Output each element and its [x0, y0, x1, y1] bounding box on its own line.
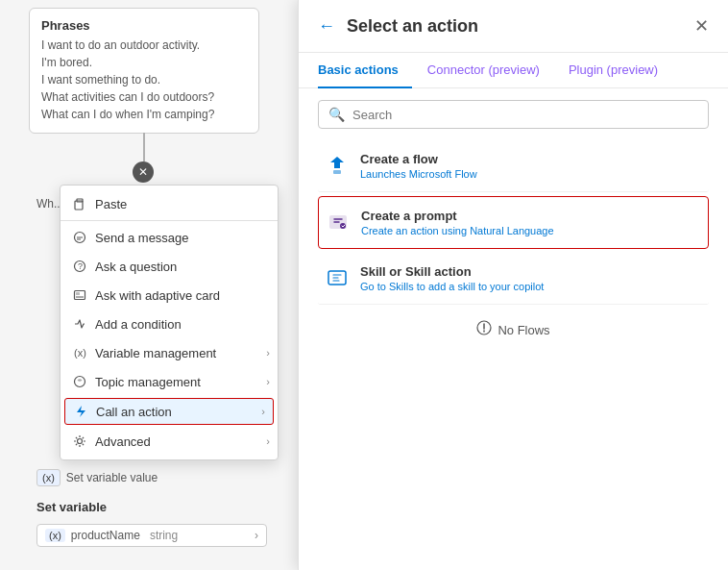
phrase-5: What can I do when I'm camping? [41, 106, 247, 123]
call-action-label: Call an action [96, 405, 265, 419]
prompt-action-desc: Create an action using Natural Language [361, 225, 554, 236]
phrases-label: Phrases [41, 18, 247, 33]
advanced-chevron-icon: › [266, 435, 270, 447]
tab-connector-preview[interactable]: Connector (preview) [427, 53, 553, 88]
call-action-chevron-icon: › [261, 406, 265, 417]
set-var-badge: (x) [36, 469, 61, 486]
phrase-2: I'm bored. [41, 54, 247, 71]
menu-item-paste[interactable]: Paste [61, 189, 278, 218]
ask-question-label: Ask a question [95, 260, 266, 274]
phrases-card: Phrases I want to do an outdoor activity… [29, 8, 259, 134]
svg-point-10 [78, 439, 83, 444]
no-flows-container: No Flows [299, 305, 728, 355]
paste-label: Paste [95, 197, 266, 211]
variable-row: (x) productName string › [36, 524, 267, 547]
svg-text:(x): (x) [74, 347, 86, 359]
close-circle-button[interactable]: ✕ [133, 161, 154, 183]
svg-text:?: ? [78, 261, 83, 271]
variable-chevron-icon: › [266, 347, 270, 359]
action-item-create-prompt[interactable]: Create a prompt Create an action using N… [318, 196, 709, 249]
back-arrow-icon: ← [318, 16, 335, 37]
connector-line [143, 133, 145, 161]
close-x-icon: ✕ [694, 15, 709, 37]
set-variable-label: Set variable [36, 500, 107, 514]
svg-point-9 [75, 377, 85, 387]
phrase-1: I want to do an outdoor activity. [41, 37, 247, 54]
tab-basic-actions[interactable]: Basic actions [318, 53, 412, 88]
question-icon: ? [72, 259, 87, 274]
topic-icon [72, 374, 87, 389]
menu-item-topic-mgmt[interactable]: Topic management › [61, 367, 278, 396]
search-box: 🔍 [318, 100, 709, 129]
set-variable-section: Set variable [36, 500, 107, 514]
adaptive-card-icon [72, 287, 87, 303]
no-flows-icon [476, 320, 492, 339]
skill-action-text: Skill or Skill action Go to Skills to ad… [360, 264, 544, 292]
panel-tabs: Basic actions Connector (preview) Plugin… [299, 53, 728, 88]
set-var-value-label: Set variable value [66, 471, 158, 484]
flow-action-text: Create a flow Launches Microsoft Flow [360, 152, 477, 180]
menu-item-variable-mgmt[interactable]: (x) Variable management › [61, 338, 278, 367]
var-name: productName [71, 529, 140, 542]
add-condition-label: Add a condition [95, 317, 266, 332]
search-icon: 🔍 [328, 107, 345, 122]
flow-icon [326, 154, 349, 177]
skill-action-desc: Go to Skills to add a skill to your copi… [360, 281, 544, 292]
context-menu: Paste Send a message ? Ask a question [60, 185, 279, 460]
svg-point-13 [340, 223, 346, 229]
paste-icon [72, 196, 87, 211]
panel-header: ← Select an action ✕ [299, 0, 728, 53]
topic-chevron-icon: › [266, 376, 270, 387]
menu-item-ask-question[interactable]: ? Ask a question [61, 252, 278, 281]
prompt-icon [327, 211, 350, 234]
menu-item-send-message[interactable]: Send a message [61, 223, 278, 252]
prompt-action-text: Create a prompt Create an action using N… [361, 209, 554, 236]
skill-action-name: Skill or Skill action [360, 264, 544, 279]
menu-item-advanced[interactable]: Advanced › [61, 427, 278, 456]
no-flows-label: No Flows [497, 323, 549, 337]
search-input[interactable] [352, 108, 698, 122]
search-container: 🔍 [299, 88, 728, 140]
send-message-label: Send a message [95, 231, 266, 245]
ask-adaptive-label: Ask with adaptive card [95, 288, 266, 303]
panel-close-button[interactable]: ✕ [694, 15, 709, 37]
phrase-4: What activities can I do outdoors? [41, 88, 247, 106]
lightning-icon [73, 404, 88, 419]
menu-item-call-action[interactable]: Call an action › [64, 398, 274, 425]
phrase-3: I want something to do. [41, 71, 247, 88]
variable-icon: (x) [72, 345, 87, 360]
menu-item-ask-adaptive[interactable]: Ask with adaptive card [61, 281, 278, 310]
var-chevron-icon: › [255, 529, 258, 542]
message-icon [72, 230, 87, 245]
action-item-create-flow[interactable]: Create a flow Launches Microsoft Flow [318, 140, 709, 192]
skill-icon [326, 266, 349, 289]
panel-back-button[interactable]: ← [318, 16, 335, 37]
flow-action-desc: Launches Microsoft Flow [360, 168, 477, 180]
condition-icon [72, 316, 87, 332]
tab-plugin-preview[interactable]: Plugin (preview) [569, 53, 671, 88]
action-panel: ← Select an action ✕ Basic actions Conne… [298, 0, 728, 570]
var-icon: (x) [45, 529, 65, 542]
advanced-icon [72, 434, 87, 449]
svg-rect-6 [76, 292, 80, 295]
menu-item-add-condition[interactable]: Add a condition [61, 310, 278, 338]
var-type: string [150, 529, 178, 542]
svg-rect-11 [333, 170, 341, 174]
variable-mgmt-label: Variable management [95, 346, 266, 360]
flow-action-name: Create a flow [360, 152, 477, 166]
action-list: Create a flow Launches Microsoft Flow Cr… [299, 140, 728, 305]
action-item-skill[interactable]: Skill or Skill action Go to Skills to ad… [318, 253, 709, 305]
editor-area: Phrases I want to do an outdoor activity… [0, 0, 298, 570]
panel-title: Select an action [347, 16, 683, 37]
prompt-action-name: Create a prompt [361, 209, 554, 223]
svg-rect-5 [75, 291, 85, 300]
advanced-label: Advanced [95, 434, 266, 449]
topic-mgmt-label: Topic management [95, 375, 266, 389]
